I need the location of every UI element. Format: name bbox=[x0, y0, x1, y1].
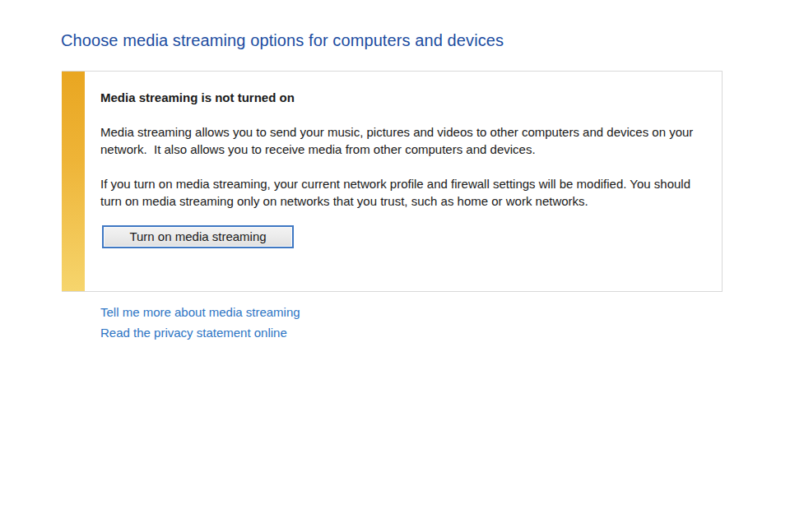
task-links: Tell me more about media streaming Read … bbox=[100, 302, 300, 343]
warning-accent-stripe bbox=[62, 72, 85, 291]
media-streaming-status-panel: Media streaming is not turned on Media s… bbox=[62, 71, 723, 292]
media-streaming-options-page: Choose media streaming options for compu… bbox=[0, 0, 790, 532]
turn-on-media-streaming-button[interactable]: Turn on media streaming bbox=[102, 225, 294, 248]
panel-content: Media streaming is not turned on Media s… bbox=[85, 72, 722, 291]
tell-me-more-link[interactable]: Tell me more about media streaming bbox=[100, 302, 300, 322]
privacy-statement-link[interactable]: Read the privacy statement online bbox=[100, 322, 300, 343]
status-heading: Media streaming is not turned on bbox=[100, 90, 707, 106]
description-paragraph-2: If you turn on media streaming, your cur… bbox=[100, 175, 707, 210]
page-title: Choose media streaming options for compu… bbox=[61, 31, 504, 50]
description-paragraph-1: Media streaming allows you to send your … bbox=[100, 123, 707, 158]
